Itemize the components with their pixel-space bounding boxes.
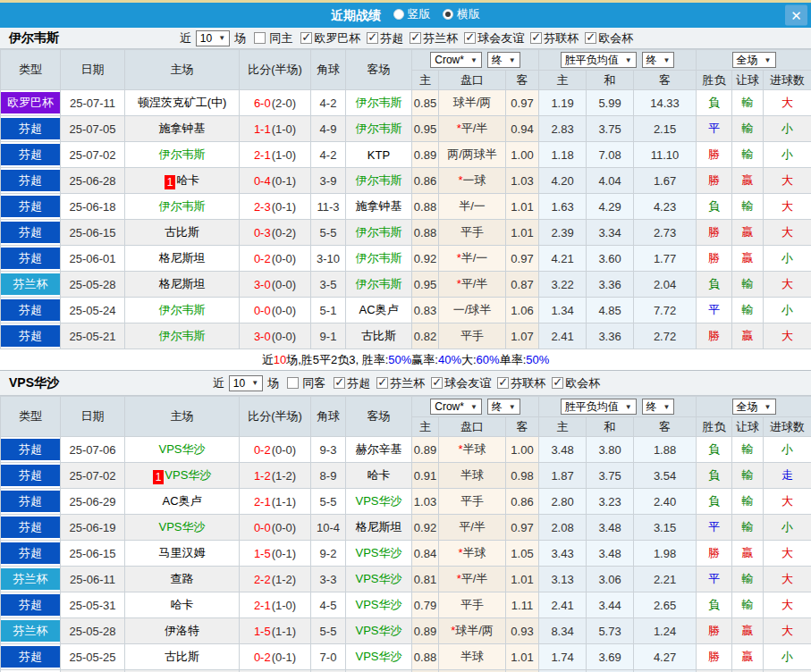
filter-bar: 伊尔韦斯近10▼场同主欧罗巴杯芬超芬兰杯球会友谊芬联杯欧会杯 bbox=[0, 28, 811, 49]
europe-odds-select[interactable]: 胜平负均值▼ bbox=[561, 52, 637, 68]
europe-stage-select[interactable]: 终▼ bbox=[642, 399, 675, 415]
dropdown-arrow-icon: ▼ bbox=[251, 379, 258, 387]
handicap-home-odds: 0.92 bbox=[412, 246, 439, 272]
radio-vertical[interactable]: 竖版 bbox=[393, 6, 431, 22]
league-checkbox[interactable] bbox=[300, 32, 312, 44]
column-header: 日期 bbox=[61, 397, 125, 437]
handicap-result: 贏 bbox=[732, 246, 764, 272]
league-checkbox[interactable] bbox=[585, 32, 596, 44]
handicap-result: 贏 bbox=[732, 168, 764, 194]
handicap-result: 輸 bbox=[732, 567, 764, 592]
match-row: 芬超25-06-29AC奥卢2-1(1-1)5-5VPS华沙1.03平手0.86… bbox=[1, 489, 811, 515]
header-dropdowns: Crow*▼终▼ bbox=[412, 52, 538, 68]
halftime-score: (1-1) bbox=[272, 495, 296, 508]
match-result: 平 bbox=[697, 515, 732, 541]
league-checkbox[interactable] bbox=[431, 377, 443, 389]
league-type-badge: 芬兰杯 bbox=[1, 568, 60, 590]
league-checkbox[interactable] bbox=[464, 32, 476, 44]
home-team-cell: 伊尔韦斯 bbox=[125, 194, 240, 220]
recent-count-select[interactable]: 10▼ bbox=[229, 375, 263, 391]
match-row: 芬超25-06-18伊尔韦斯2-3(0-1)11-3施拿钟基0.88半/一1.0… bbox=[1, 194, 811, 220]
select-value: Crow* bbox=[435, 54, 464, 66]
match-date: 25-06-18 bbox=[61, 194, 125, 220]
scope-select[interactable]: 全场▼ bbox=[732, 52, 776, 68]
league-checkbox[interactable] bbox=[410, 32, 421, 44]
league-type-cell: 芬超 bbox=[1, 644, 61, 670]
europe-odds-select[interactable]: 胜平负均值▼ bbox=[561, 399, 637, 415]
match-result: 平 bbox=[697, 116, 732, 142]
summary-segment: 60% bbox=[477, 353, 500, 366]
away-team-cell: 伊尔韦斯 bbox=[346, 168, 412, 194]
select-value: 胜平负均值 bbox=[565, 53, 619, 68]
column-subheader: 主 bbox=[412, 71, 439, 90]
league-checkbox[interactable] bbox=[367, 32, 378, 44]
score-cell: 0-0(0-0) bbox=[240, 298, 311, 323]
league-checkbox[interactable] bbox=[376, 377, 388, 389]
scope-select[interactable]: 全场▼ bbox=[732, 399, 776, 415]
league-label: 球会友谊 bbox=[444, 375, 491, 391]
match-date: 25-05-31 bbox=[61, 592, 125, 618]
home-team-name: 查路 bbox=[171, 572, 194, 585]
select-value: 终 bbox=[492, 399, 503, 415]
column-subheader: 主 bbox=[412, 417, 439, 437]
home-team-cell: VPS华沙 bbox=[125, 515, 240, 541]
handicap-home-odds: 0.95 bbox=[412, 272, 439, 298]
away-win-odds: 2.72 bbox=[634, 323, 697, 349]
league-label: 芬超 bbox=[347, 375, 370, 391]
select-value: 10 bbox=[233, 377, 245, 390]
away-team-cell: VPS华沙 bbox=[346, 567, 412, 592]
league-type-badge: 芬超 bbox=[1, 144, 60, 165]
match-section: VPS华沙近10▼场同客芬超芬兰杯球会友谊芬联杯欧会杯类型日期主场比分(半场)角… bbox=[0, 370, 811, 672]
home-team-name: 马里汉姆 bbox=[159, 546, 206, 559]
odds-stage-select[interactable]: 终▼ bbox=[487, 52, 520, 68]
europe-stage-select[interactable]: 终▼ bbox=[642, 52, 675, 68]
handicap-home-odds: 0.85 bbox=[412, 90, 439, 116]
radio-horizontal[interactable]: 横版 bbox=[443, 6, 480, 22]
handicap-result: 輸 bbox=[732, 515, 764, 541]
odds-company-select[interactable]: Crow*▼ bbox=[430, 52, 482, 68]
same-venue-checkbox[interactable] bbox=[287, 377, 299, 389]
handicap-line: *平/半 bbox=[439, 272, 506, 298]
close-icon[interactable]: ✕ bbox=[785, 5, 807, 26]
home-team-name: 哈卡 bbox=[176, 173, 199, 187]
league-checkbox[interactable] bbox=[497, 377, 509, 389]
handicap-result: 輸 bbox=[732, 592, 764, 618]
away-win-odds: 2.15 bbox=[634, 116, 697, 142]
league-checkbox[interactable] bbox=[530, 32, 542, 44]
halftime-score: (0-0) bbox=[272, 304, 296, 317]
goals-result: 小 bbox=[764, 142, 811, 168]
away-win-odds: 4.23 bbox=[634, 194, 697, 220]
score-cell: 0-4(0-1) bbox=[240, 168, 311, 194]
league-checkbox[interactable] bbox=[334, 377, 345, 389]
handicap-line-text: 球半/两 bbox=[453, 96, 492, 109]
header-group-row: 类型日期主场比分(半场)角球客场Crow*▼终▼胜平负均值▼终▼全场▼ bbox=[1, 50, 811, 71]
recent-count-select[interactable]: 10▼ bbox=[196, 30, 230, 46]
draw-odds: 3.80 bbox=[587, 437, 634, 463]
league-label: 欧会杯 bbox=[598, 30, 633, 46]
league-type-badge: 芬超 bbox=[1, 118, 60, 139]
home-team-name: AC奥卢 bbox=[162, 494, 201, 508]
dropdown-arrow-icon: ▼ bbox=[509, 403, 516, 411]
same-venue-checkbox[interactable] bbox=[254, 32, 266, 44]
fulltime-score: 1-5 bbox=[254, 547, 271, 560]
titlebar-controls: 近期战绩 竖版 横版 bbox=[331, 6, 480, 24]
odds-stage-select[interactable]: 终▼ bbox=[487, 399, 520, 415]
handicap-line-text: 平/半 bbox=[461, 122, 488, 135]
away-win-odds: 2.04 bbox=[634, 272, 697, 298]
league-checkbox[interactable] bbox=[552, 377, 563, 389]
league-type-badge: 芬超 bbox=[1, 646, 60, 668]
match-date: 25-06-29 bbox=[61, 489, 125, 515]
match-date: 25-07-11 bbox=[61, 90, 125, 116]
score-cell: 1-2(1-2) bbox=[240, 463, 311, 489]
home-team-cell: 哈卡 bbox=[125, 592, 240, 618]
league-type-cell: 芬超 bbox=[1, 592, 61, 618]
odds-company-select[interactable]: Crow*▼ bbox=[430, 399, 482, 415]
handicap-home-odds: 0.79 bbox=[412, 592, 439, 618]
handicap-line-text: 两/两球半 bbox=[447, 147, 497, 161]
fulltime-score: 1-2 bbox=[254, 469, 271, 483]
column-subheader: 胜负 bbox=[697, 71, 732, 90]
handicap-away-odds: 0.94 bbox=[506, 116, 539, 142]
handicap-line: 平手 bbox=[439, 489, 506, 515]
league-type-cell: 芬超 bbox=[1, 220, 61, 246]
matches-label: 场 bbox=[234, 30, 246, 46]
